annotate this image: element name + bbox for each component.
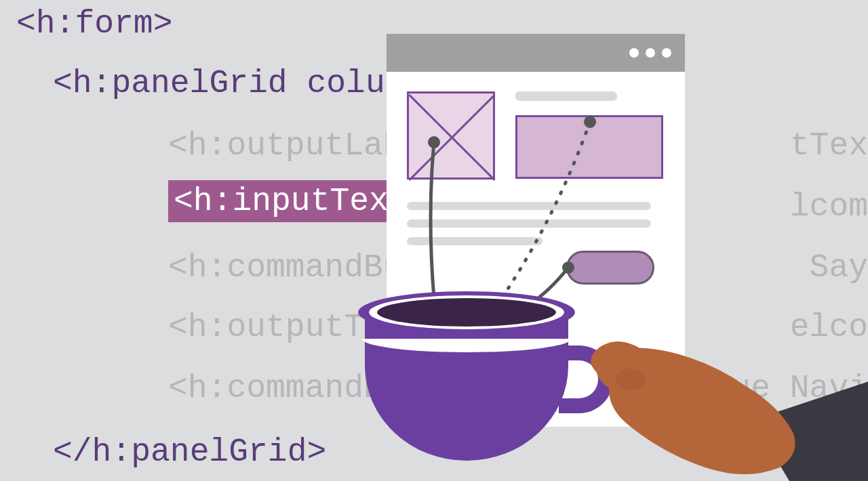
wireframe-text-line <box>407 219 651 228</box>
wireframe-text-line <box>407 202 651 210</box>
wireframe-text-line <box>515 91 617 101</box>
window-dot-icon <box>662 48 671 58</box>
window-dot-icon <box>629 48 639 58</box>
wireframe-input-box <box>515 115 663 179</box>
svg-point-3 <box>616 369 646 390</box>
code-fragment-right-3: Say <box>810 249 868 286</box>
code-line-inputtext-highlight: <h:inputText <box>168 183 414 219</box>
code-line-commandbutton1: <h:commandBu <box>168 249 403 286</box>
code-fragment-right-2: lcom <box>790 188 868 225</box>
wireframe-button-pill <box>566 251 654 285</box>
wireframe-text-line <box>407 237 542 245</box>
java-coffee-cup <box>349 291 586 481</box>
wireframe-image-placeholder <box>407 91 495 180</box>
code-line-panelgrid: <h:panelGrid column <box>53 65 424 102</box>
hand-holding-cup-icon <box>590 339 868 481</box>
browser-titlebar <box>387 34 685 72</box>
window-dot-icon <box>646 48 655 58</box>
code-line-panelgrid-close: </h:panelGrid> <box>53 434 326 470</box>
code-line-outputlabel: <h:outputLab <box>168 127 403 164</box>
code-line-form-open: <h:form> <box>16 5 172 42</box>
code-fragment-right-1: tTex <box>790 127 868 164</box>
